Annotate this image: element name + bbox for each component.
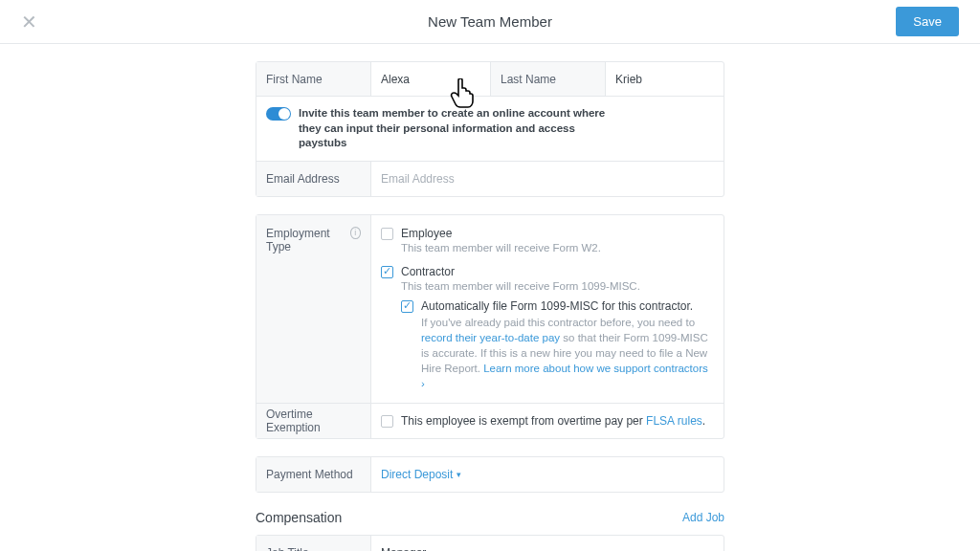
add-job-link[interactable]: Add Job [682,511,724,524]
auto-file-block: Automatically file Form 1099-MISC for th… [401,299,714,391]
overtime-label: Overtime Exemption [256,404,371,438]
info-icon[interactable]: i [350,227,361,239]
email-row: Email Address [256,162,724,196]
payment-method-dropdown[interactable]: Direct Deposit ▾ [381,468,461,481]
auto-file-label: Automatically file Form 1099-MISC for th… [421,299,693,313]
compensation-panel: Job Title Pay Type Hourly ▾ Hourly Rate [256,535,724,551]
chevron-down-icon: ▾ [457,470,461,479]
contractor-label: Contractor [401,265,455,278]
last-name-input[interactable] [615,73,714,86]
identity-panel: First Name Last Name Invite this team me… [256,61,724,197]
last-name-label: Last Name [491,62,606,96]
overtime-row: Overtime Exemption This employee is exem… [256,404,724,438]
payment-method-row: Payment Method Direct Deposit ▾ [256,457,724,492]
last-name-cell: Last Name [490,62,724,96]
form-content: First Name Last Name Invite this team me… [256,61,724,551]
overtime-text: This employee is exempt from overtime pa… [401,414,705,428]
overtime-exempt-checkbox[interactable] [381,415,393,428]
employment-type-label: Employment Type i [256,215,371,403]
invite-text: Invite this team member to create an onl… [299,106,614,151]
record-ytd-link[interactable]: record their year-to-date pay [421,332,560,343]
employee-sub: This team member will receive Form W2. [401,242,714,253]
flsa-rules-link[interactable]: FLSA rules [646,414,702,428]
employment-panel: Employment Type i Employee This team mem… [256,214,724,439]
job-title-input[interactable] [381,546,714,551]
contractor-sub: This team member will receive Form 1099-… [401,280,714,292]
first-name-cell: First Name [256,62,490,96]
page-title: New Team Member [428,13,552,30]
close-icon[interactable]: ✕ [21,12,40,32]
first-name-label: First Name [256,62,371,96]
employee-label: Employee [401,227,452,240]
employment-type-body: Employee This team member will receive F… [371,215,724,403]
compensation-title: Compensation [256,510,342,525]
employment-type-row: Employment Type i Employee This team mem… [256,215,724,404]
job-title-row: Job Title [256,536,724,551]
job-title-label: Job Title [256,536,371,551]
payment-method-label: Payment Method [256,457,371,492]
first-name-input[interactable] [381,73,480,86]
payment-panel: Payment Method Direct Deposit ▾ [256,456,724,493]
employee-checkbox[interactable] [381,228,393,240]
invite-toggle[interactable] [266,107,291,121]
invite-row: Invite this team member to create an onl… [256,97,724,162]
email-input[interactable] [381,172,714,186]
contractor-checkbox[interactable] [381,266,393,278]
modal-header: ✕ New Team Member Save [0,0,980,44]
name-row: First Name Last Name [256,62,724,97]
email-label: Email Address [256,162,371,196]
auto-file-checkbox[interactable] [401,300,413,313]
save-button[interactable]: Save [896,7,959,36]
compensation-header: Compensation Add Job [256,510,724,525]
auto-file-description: If you've already paid this contractor b… [421,315,714,391]
